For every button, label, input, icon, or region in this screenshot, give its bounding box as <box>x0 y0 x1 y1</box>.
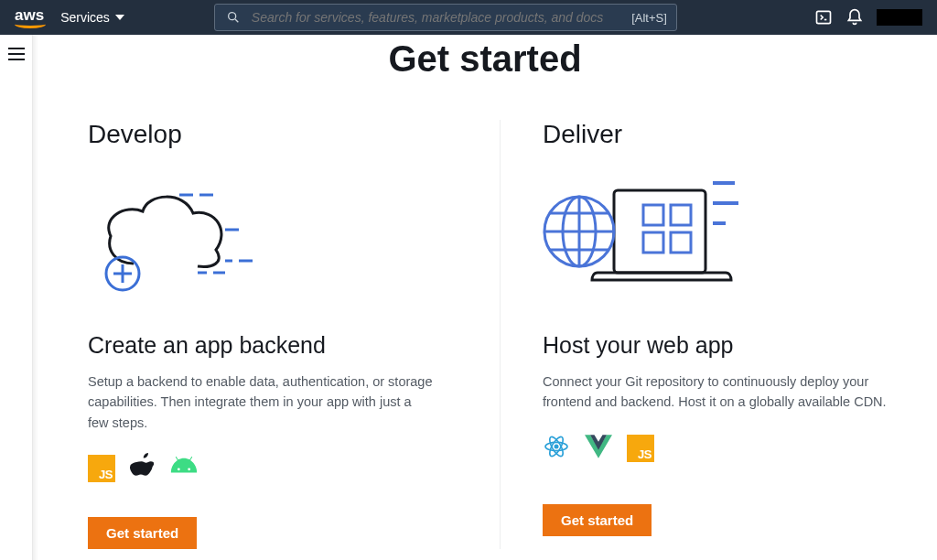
deliver-get-started-button[interactable]: Get started <box>543 504 652 536</box>
svg-point-0 <box>228 13 235 20</box>
notifications-icon[interactable] <box>845 8 864 27</box>
svg-rect-17 <box>643 205 663 225</box>
search-input[interactable] <box>252 10 622 25</box>
top-nav: aws Services [Alt+S] <box>0 0 937 35</box>
vue-icon <box>585 435 612 462</box>
svg-rect-19 <box>643 232 663 253</box>
nav-right <box>814 8 922 27</box>
android-icon <box>168 457 199 480</box>
left-rail <box>0 35 33 560</box>
apple-icon <box>130 453 154 484</box>
search-shortcut: [Alt+S] <box>631 11 667 25</box>
card-deliver-title: Host your web app <box>543 332 902 359</box>
react-icon <box>543 433 570 464</box>
svg-rect-20 <box>671 232 691 253</box>
javascript-icon: JS <box>627 435 654 462</box>
search-icon <box>224 8 242 27</box>
services-label: Services <box>60 10 110 25</box>
account-menu[interactable] <box>877 9 922 26</box>
caret-down-icon <box>115 15 124 20</box>
card-deliver: Deliver <box>500 120 921 549</box>
card-develop-title: Create an app backend <box>88 332 481 359</box>
services-menu[interactable]: Services <box>60 10 124 25</box>
javascript-icon: JS <box>88 455 115 482</box>
svg-point-28 <box>555 444 559 448</box>
card-deliver-desc: Connect your Git repository to continuou… <box>543 372 890 413</box>
aws-logo[interactable]: aws <box>15 7 44 28</box>
card-develop-desc: Setup a backend to enable data, authenti… <box>88 372 436 433</box>
deliver-illustration <box>543 167 902 305</box>
svg-rect-18 <box>671 205 691 225</box>
svg-point-14 <box>178 468 180 471</box>
develop-get-started-button[interactable]: Get started <box>88 517 197 549</box>
card-develop-kicker: Develop <box>88 120 481 149</box>
develop-illustration <box>88 167 481 305</box>
svg-line-1 <box>235 19 238 22</box>
hamburger-icon[interactable] <box>8 48 25 60</box>
card-deliver-kicker: Deliver <box>543 120 902 149</box>
card-develop: Develop <box>79 120 500 549</box>
develop-tech-row: JS <box>88 453 481 484</box>
page-title: Get started <box>33 38 937 80</box>
page-content: Get started Develop <box>33 35 937 560</box>
cloudshell-icon[interactable] <box>814 8 833 27</box>
svg-point-15 <box>188 468 190 471</box>
global-search[interactable]: [Alt+S] <box>214 4 677 31</box>
deliver-tech-row: JS <box>543 433 902 464</box>
